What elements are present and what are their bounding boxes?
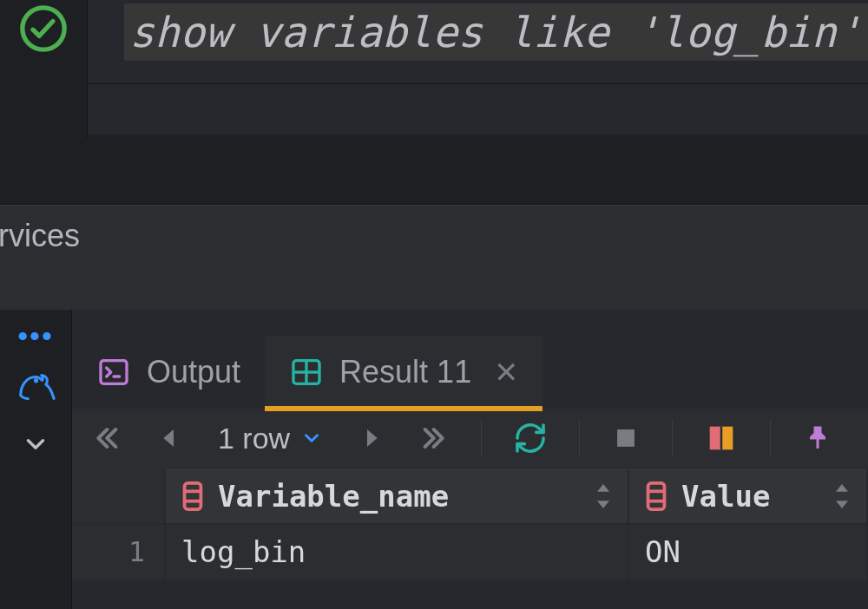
sort-icon[interactable] <box>595 484 612 508</box>
table-row[interactable]: 1 log_bin ON <box>72 524 868 580</box>
column-header-variable-name[interactable]: Variable_name <box>166 469 629 525</box>
chevron-down-icon[interactable] <box>21 429 50 459</box>
svg-rect-11 <box>648 483 665 509</box>
row-count[interactable]: 1 row <box>218 422 323 455</box>
close-icon[interactable]: ✕ <box>494 355 518 390</box>
cell-value[interactable]: ON <box>629 524 868 580</box>
column-header-variable-name-text: Variable_name <box>218 479 449 514</box>
sort-icon[interactable] <box>833 484 851 508</box>
pin-icon[interactable] <box>802 422 833 454</box>
chevron-down-icon <box>300 427 323 449</box>
refresh-icon[interactable] <box>513 421 548 455</box>
editor-gutter <box>0 0 88 87</box>
tab-result-label: Result 11 <box>339 354 471 390</box>
last-page-icon[interactable] <box>415 421 450 455</box>
stop-icon[interactable] <box>611 423 641 453</box>
next-page-icon[interactable] <box>354 421 389 455</box>
toolbar-separator <box>481 419 482 457</box>
svg-rect-2 <box>101 361 127 384</box>
success-check-icon <box>18 3 69 54</box>
results-tool-area: ••• <box>0 310 868 609</box>
tab-output[interactable]: Output <box>72 336 265 409</box>
toolbar-separator <box>579 419 580 457</box>
more-dots-icon[interactable]: ••• <box>17 327 54 344</box>
tab-result[interactable]: Result 11 ✕ <box>265 336 542 409</box>
editor-lower-gap <box>0 134 868 205</box>
result-toolbar: 1 row <box>72 409 868 469</box>
grid-table-icon <box>289 355 324 390</box>
cell-variable-name[interactable]: log_bin <box>166 524 629 580</box>
sql-editor-row: show variables like 'log_bin'; <box>0 0 868 84</box>
editor-area[interactable]: show variables like 'log_bin'; <box>88 0 868 83</box>
mysql-dolphin-icon[interactable] <box>16 367 56 407</box>
column-header-value[interactable]: Value <box>629 469 868 525</box>
services-label: rvices <box>0 218 80 254</box>
svg-point-1 <box>35 380 36 382</box>
tab-output-label: Output <box>147 354 240 390</box>
first-page-icon[interactable] <box>91 421 126 455</box>
table-header-row: Variable_name Va <box>72 470 868 524</box>
compare-diff-icon[interactable] <box>704 421 739 455</box>
sql-statement[interactable]: show variables like 'log_bin'; <box>124 3 868 61</box>
column-header-value-text: Value <box>681 479 770 514</box>
column-type-icon <box>645 481 667 511</box>
column-type-icon <box>181 481 204 511</box>
result-table: Variable_name Va <box>72 469 868 580</box>
svg-rect-8 <box>185 483 201 509</box>
row-number: 1 <box>72 524 166 580</box>
prev-page-icon[interactable] <box>152 421 187 455</box>
toolbar-separator <box>770 419 771 457</box>
toolbar-separator <box>672 419 673 457</box>
terminal-icon <box>96 355 131 390</box>
services-panel-header[interactable]: rvices <box>0 205 868 310</box>
row-number-header <box>72 469 166 525</box>
result-tabs: Output Result 11 ✕ <box>72 310 868 409</box>
row-count-text: 1 row <box>218 422 290 455</box>
tool-left-rail: ••• <box>0 310 72 609</box>
svg-rect-7 <box>617 429 635 447</box>
